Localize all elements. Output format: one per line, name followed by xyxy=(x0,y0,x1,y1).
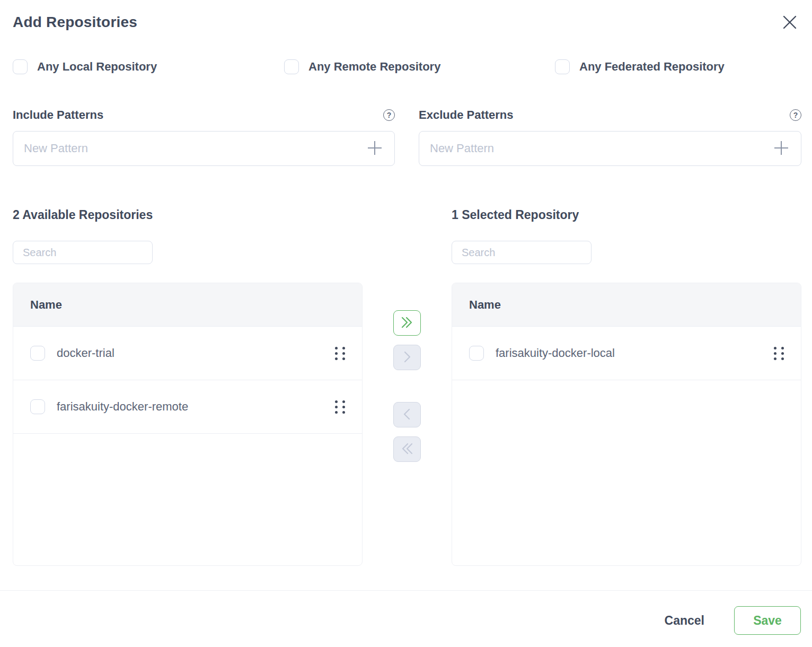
table-row[interactable]: docker-trial xyxy=(13,327,362,380)
modal-title: Add Repositories xyxy=(13,14,137,31)
add-include-pattern-button[interactable] xyxy=(366,139,384,158)
table-row[interactable]: farisakuity-docker-remote xyxy=(13,380,362,434)
chevron-right-icon xyxy=(400,350,414,365)
checkbox-icon[interactable] xyxy=(284,59,299,74)
drag-handle-icon[interactable] xyxy=(772,345,786,362)
exclude-patterns-header: Exclude Patterns ? xyxy=(419,108,801,123)
selected-search-input[interactable] xyxy=(452,241,592,264)
row-checkbox[interactable] xyxy=(30,346,45,361)
drag-handle-icon[interactable] xyxy=(333,345,347,362)
checkbox-icon[interactable] xyxy=(555,59,570,74)
available-repositories-heading: 2 Available Repositories xyxy=(13,208,153,222)
footer-divider xyxy=(0,590,812,591)
any-federated-repository-checkbox[interactable]: Any Federated Repository xyxy=(555,59,725,74)
table-column-header: Name xyxy=(452,283,801,327)
chevron-left-icon xyxy=(400,407,414,423)
close-button[interactable] xyxy=(781,14,798,31)
checkbox-icon[interactable] xyxy=(13,59,28,74)
move-all-right-button[interactable] xyxy=(393,310,421,336)
row-checkbox[interactable] xyxy=(469,346,484,361)
table-row[interactable]: farisakuity-docker-local xyxy=(452,327,801,380)
help-icon[interactable]: ? xyxy=(790,109,801,121)
exclude-patterns-label: Exclude Patterns xyxy=(419,108,514,122)
checkbox-label: Any Federated Repository xyxy=(579,60,725,74)
drag-handle-icon[interactable] xyxy=(333,398,347,416)
selected-repository-heading: 1 Selected Repository xyxy=(452,208,579,222)
add-repositories-modal: Add Repositories Any Local Repository An… xyxy=(0,0,812,647)
row-checkbox[interactable] xyxy=(30,399,45,414)
close-icon xyxy=(782,14,798,32)
plus-icon xyxy=(773,139,790,158)
move-left-button[interactable] xyxy=(393,402,421,427)
cancel-button[interactable]: Cancel xyxy=(665,614,704,628)
exclude-pattern-field xyxy=(419,131,801,166)
include-patterns-header: Include Patterns ? xyxy=(13,108,395,123)
repository-name: farisakuity-docker-remote xyxy=(57,400,321,414)
repo-type-row: Any Local Repository Any Remote Reposito… xyxy=(0,59,812,75)
checkbox-label: Any Local Repository xyxy=(37,60,157,74)
include-pattern-field xyxy=(13,131,395,166)
help-icon[interactable]: ? xyxy=(383,109,395,121)
footer: Cancel Save xyxy=(665,606,801,635)
any-local-repository-checkbox[interactable]: Any Local Repository xyxy=(13,59,157,74)
checkbox-label: Any Remote Repository xyxy=(308,60,440,74)
available-repositories-table: Name docker-trial farisakuity-docker-rem… xyxy=(13,283,363,566)
table-column-header: Name xyxy=(13,283,362,327)
move-right-button[interactable] xyxy=(393,345,421,370)
any-remote-repository-checkbox[interactable]: Any Remote Repository xyxy=(284,59,440,74)
available-search-input[interactable] xyxy=(13,241,153,264)
include-patterns-label: Include Patterns xyxy=(13,108,103,122)
selected-repositories-table: Name farisakuity-docker-local xyxy=(452,283,801,566)
double-chevron-right-icon xyxy=(399,316,415,331)
exclude-pattern-input[interactable] xyxy=(430,142,772,155)
double-chevron-left-icon xyxy=(399,442,415,457)
repository-name: docker-trial xyxy=(57,346,321,360)
save-button[interactable]: Save xyxy=(734,606,801,635)
plus-icon xyxy=(366,139,383,158)
repository-name: farisakuity-docker-local xyxy=(496,346,760,360)
include-pattern-input[interactable] xyxy=(24,142,366,155)
move-all-left-button[interactable] xyxy=(393,436,421,462)
add-exclude-pattern-button[interactable] xyxy=(772,139,790,158)
